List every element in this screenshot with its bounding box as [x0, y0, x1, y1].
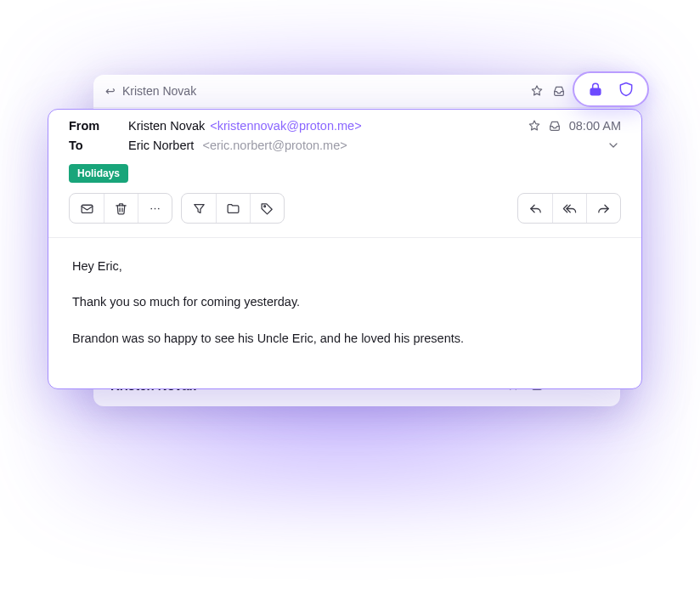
to-name: Eric Norbert	[128, 139, 194, 152]
svg-rect-1	[82, 205, 93, 212]
svg-point-4	[158, 207, 160, 209]
svg-point-5	[264, 205, 266, 207]
from-label: From	[69, 119, 128, 133]
from-name: Kristen Novak	[128, 119, 205, 133]
filter-button[interactable]	[182, 194, 216, 223]
body-paragraph: Brandon was so happy to see his Uncle Er…	[72, 329, 618, 348]
body-paragraph: Hey Eric,	[72, 257, 618, 275]
label-button[interactable]	[250, 194, 284, 223]
chevron-down-icon[interactable]	[606, 138, 621, 153]
more-button[interactable]	[138, 194, 172, 223]
security-badge-pill	[573, 71, 649, 107]
trash-button[interactable]	[104, 194, 138, 223]
inbox-icon[interactable]	[547, 118, 562, 133]
svg-point-3	[155, 207, 156, 209]
to-row: To Eric Norbert <eric.norbert@proton.me>	[48, 136, 641, 156]
email-detail-card: From Kristen Novak <kristennovak@proton.…	[48, 109, 642, 389]
email-toolbar	[48, 188, 641, 238]
organize-actions-group	[181, 193, 285, 224]
email-body: Hey Eric, Thank you so much for coming y…	[48, 238, 641, 348]
mark-unread-button[interactable]	[70, 194, 104, 223]
email-time: 08:00 AM	[569, 119, 621, 133]
background-email-header: ↩ Kristen Novak Ja	[93, 75, 620, 108]
move-to-folder-button[interactable]	[216, 194, 250, 223]
from-address: <kristennovak@proton.me>	[206, 119, 361, 133]
star-icon[interactable]	[529, 83, 545, 99]
label-tag[interactable]: Holidays	[69, 164, 128, 183]
lock-icon	[586, 80, 605, 99]
shield-icon	[617, 80, 635, 99]
to-address: <eric.norbert@proton.me>	[195, 139, 347, 152]
background-sender: Kristen Novak	[122, 84, 196, 98]
reply-button[interactable]	[518, 194, 552, 223]
reply-icon: ↩	[105, 84, 116, 98]
star-icon[interactable]	[527, 118, 542, 133]
inbox-icon[interactable]	[551, 83, 567, 99]
svg-point-2	[150, 207, 152, 209]
svg-rect-0	[590, 88, 601, 95]
to-label: To	[69, 139, 128, 152]
reply-actions-group	[517, 193, 621, 224]
body-paragraph: Thank you so much for coming yesterday.	[72, 292, 618, 311]
reply-all-button[interactable]	[552, 194, 586, 223]
from-row: From Kristen Novak <kristennovak@proton.…	[48, 110, 641, 136]
primary-actions-group	[69, 193, 172, 224]
forward-button[interactable]	[586, 194, 620, 223]
